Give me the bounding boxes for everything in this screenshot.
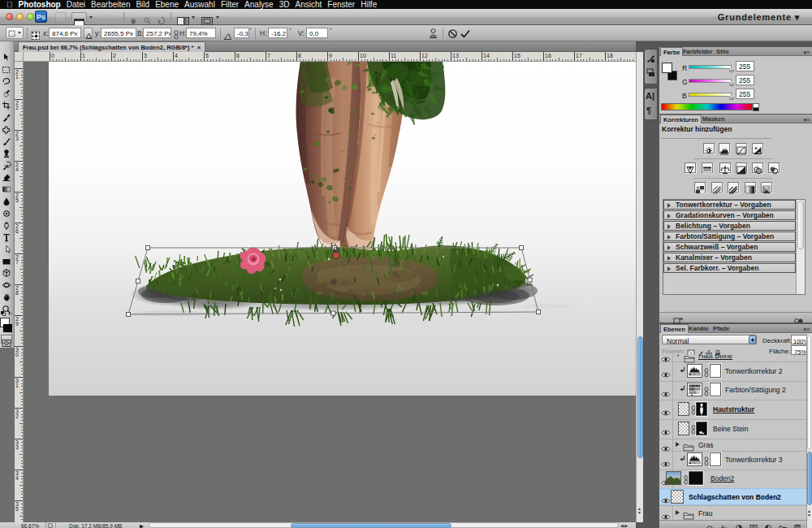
svg-text:fx: fx	[721, 525, 727, 528]
